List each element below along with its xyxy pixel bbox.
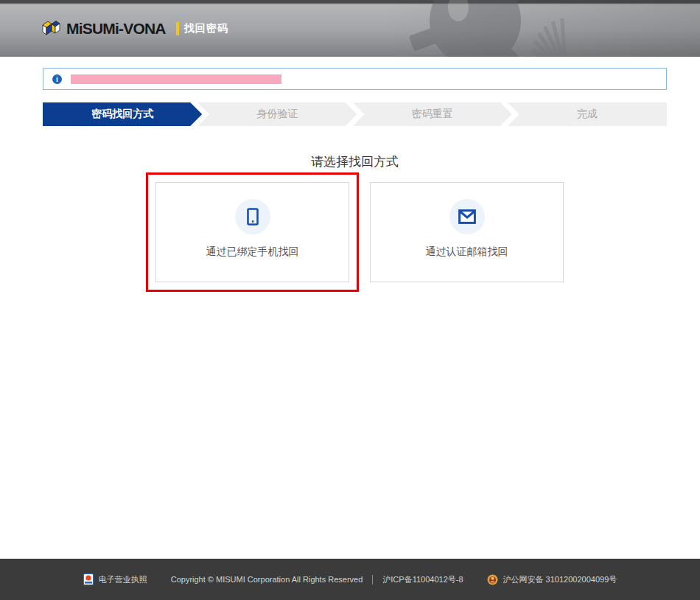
phone-icon (245, 207, 261, 226)
police-record-link[interactable]: 沪公网安备 31012002004099号 (487, 574, 617, 585)
redacted-text-bar (71, 74, 281, 84)
step-password-reset: 密码重置 (353, 102, 512, 126)
misumi-cube-logo-icon (42, 20, 61, 38)
option-card-phone[interactable]: 通过已绑定手机找回 (155, 182, 349, 282)
step-label: 密码重置 (412, 108, 453, 121)
password-recovery-page: MiSUMi-VONA 找回密码 i 密码找回方式 身份验证 密码重置 (0, 0, 700, 600)
info-alert: i (43, 68, 667, 90)
police-record-label: 沪公网安备 31012002004099号 (503, 574, 617, 585)
misumi-vona-logo[interactable]: MiSUMi-VONA (42, 20, 166, 38)
mail-icon (458, 209, 476, 224)
yellow-divider-bar (176, 22, 179, 35)
step-label: 完成 (577, 108, 598, 121)
info-icon: i (52, 74, 62, 84)
header: MiSUMi-VONA 找回密码 (0, 0, 700, 57)
step-identity-verification: 身份验证 (197, 102, 357, 126)
option-label-email: 通过认证邮箱找回 (426, 245, 508, 259)
police-badge-icon (487, 574, 498, 585)
copyright-text: Copyright © MISUMI Corporation All Right… (171, 575, 363, 584)
icp-number-link[interactable]: 沪ICP备11004012号-8 (382, 574, 463, 585)
step-label: 密码找回方式 (91, 108, 153, 121)
phone-icon-circle (235, 199, 270, 234)
red-highlight-annotation: 通过已绑定手机找回 (146, 172, 359, 292)
step-progress-bar: 密码找回方式 身份验证 密码重置 完成 (43, 102, 667, 126)
content-column: i 密码找回方式 身份验证 密码重置 完成 请选择找回方式 (43, 68, 667, 292)
option-label-phone: 通过已绑定手机找回 (206, 245, 299, 259)
mail-icon-circle (449, 199, 485, 234)
business-license-icon (83, 573, 94, 585)
footer: 电子营业执照 Copyright © MISUMI Corporation Al… (0, 559, 700, 600)
logo-text: MiSUMi-VONA (66, 20, 166, 38)
section-title: 请选择找回方式 (43, 153, 667, 171)
business-license-link[interactable]: 电子营业执照 (83, 573, 147, 585)
step-recovery-method: 密码找回方式 (43, 102, 202, 126)
business-license-label: 电子营业执照 (99, 574, 147, 585)
step-label: 身份验证 (256, 108, 298, 121)
page-title: 找回密码 (184, 22, 228, 35)
options-row: 通过已绑定手机找回 通过认证邮箱找回 (43, 172, 667, 292)
step-complete: 完成 (508, 102, 667, 126)
footer-divider (372, 575, 373, 585)
option-card-email[interactable]: 通过认证邮箱找回 (370, 182, 564, 282)
